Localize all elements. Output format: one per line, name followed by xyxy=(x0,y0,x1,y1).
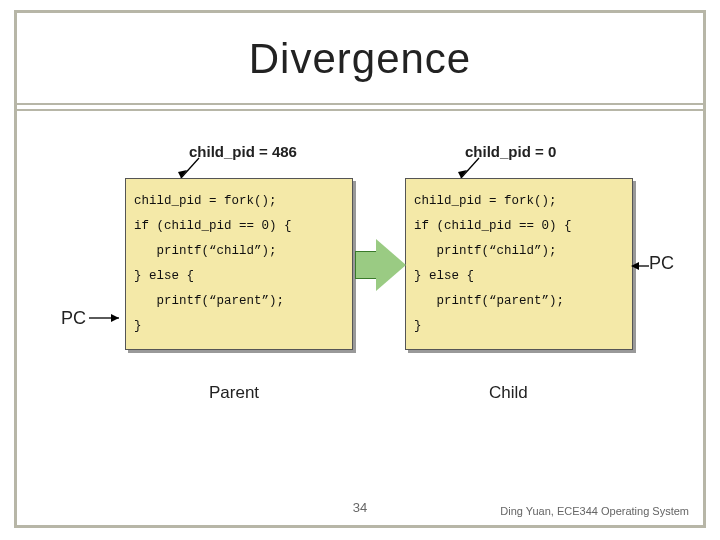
code-r6: } xyxy=(414,319,422,333)
svg-marker-7 xyxy=(631,262,639,270)
code-r4: } else { xyxy=(414,269,474,283)
code-l3: printf(“child”); xyxy=(134,244,277,258)
code-l1: child_pid = fork(); xyxy=(134,194,277,208)
code-r2: if (child_pid == 0) { xyxy=(414,219,572,233)
code-l6: } xyxy=(134,319,142,333)
code-l5: printf(“parent”); xyxy=(134,294,284,308)
code-l2: if (child_pid == 0) { xyxy=(134,219,292,233)
code-r1: child_pid = fork(); xyxy=(414,194,557,208)
code-r5: printf(“parent”); xyxy=(414,294,564,308)
pc-label-child: PC xyxy=(649,253,674,274)
svg-marker-5 xyxy=(111,314,119,322)
divider-1 xyxy=(17,103,703,105)
footer-credit: Ding Yuan, ECE344 Operating System xyxy=(500,505,689,517)
code-box-child: child_pid = fork(); if (child_pid == 0) … xyxy=(405,178,633,350)
caption-child: Child xyxy=(489,383,528,403)
code-r3: printf(“child”); xyxy=(414,244,557,258)
pc-arrow-child xyxy=(631,261,651,273)
svg-line-0 xyxy=(181,158,199,178)
divider-2 xyxy=(17,109,703,111)
code-l4: } else { xyxy=(134,269,194,283)
slide-title: Divergence xyxy=(17,35,703,83)
slide-frame: Divergence child_pid = 486 child_pid = 0… xyxy=(14,10,706,528)
svg-line-2 xyxy=(461,158,479,178)
pc-label-parent: PC xyxy=(61,308,86,329)
caption-parent: Parent xyxy=(209,383,259,403)
code-box-parent: child_pid = fork(); if (child_pid == 0) … xyxy=(125,178,353,350)
pc-arrow-parent xyxy=(89,313,129,325)
